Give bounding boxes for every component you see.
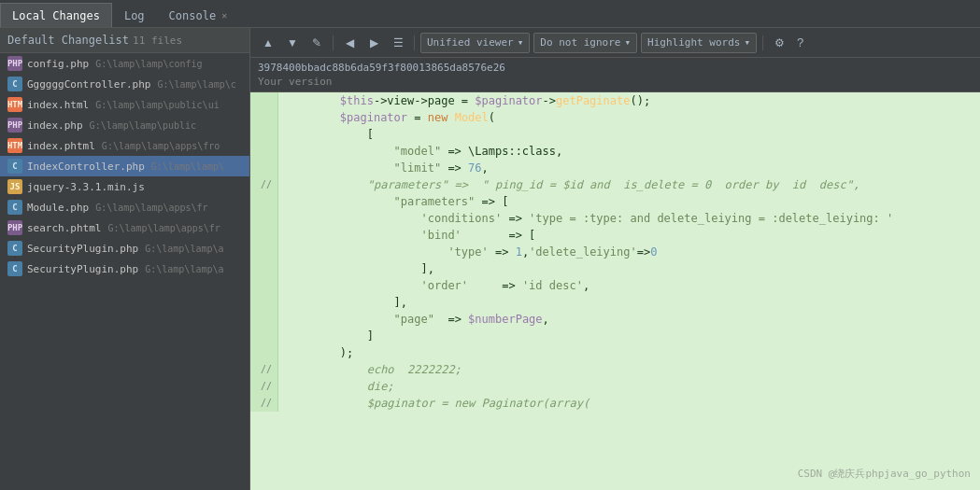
file-path: G:\lamp\lamp\c [157,79,235,90]
file-path: G:\lamp\lamp\config [95,59,202,69]
file-name: SecurityPlugin.php [27,263,138,275]
php-icon: PHP [7,56,22,71]
sidebar-header: Default Changelist 11 files [0,28,249,53]
file-item[interactable]: C SecurityPlugin.php G:\lamp\lamp\a [0,259,249,279]
line-content: "parameters" => " ping_id = $id and is_d… [278,176,980,193]
highlight-label: Highlight words [647,36,740,49]
edit-button[interactable]: ✎ [306,33,327,53]
file-item[interactable]: JS jquery-3.3.1.min.js [0,176,249,197]
file-path: G:\lamp\lamp\public [90,120,196,131]
chevron-down-icon: ▾ [744,36,750,49]
lines-button[interactable]: ☰ [388,33,408,53]
file-item[interactable]: C Module.php G:\lamp\lamp\apps\fr [0,197,249,217]
line-content: "page" => $numberPage, [278,311,980,328]
file-item[interactable]: C GgggggController.php G:\lamp\lamp\c [0,74,249,94]
code-line-comment: // "parameters" => " ping_id = $id and i… [250,176,980,193]
tab-console[interactable]: Console ✕ [157,3,240,27]
file-path: G:\lamp\lamp\apps\fr [95,203,207,213]
line-number [250,311,278,328]
separator [414,35,415,50]
code-line: "limit" => 76, [250,160,980,176]
file-name: index.php [27,119,83,132]
code-line: 'bind' => [ [250,227,980,244]
prev-button[interactable]: ▲ [258,33,278,53]
code-line: "page" => $numberPage, [250,311,980,328]
viewer-dropdown[interactable]: Unified viewer ▾ [420,33,530,53]
file-name: search.phtml [27,222,101,234]
file-name: config.php [27,58,89,70]
code-line: [ [250,126,980,143]
tab-bar: Local Changes Log Console ✕ [0,0,980,28]
file-name: GgggggController.php [27,78,150,91]
line-content: 'order' => 'id desc', [278,277,980,294]
html-icon: HTM [7,97,22,112]
php-icon: PHP [7,118,22,133]
code-view[interactable]: $this->view->page = $paginator->getPagin… [250,92,980,490]
line-content: echo 2222222; [278,361,980,378]
chevron-down-icon: ▾ [624,36,631,49]
line-number [250,109,278,126]
file-list[interactable]: PHP config.php G:\lamp\lamp\config C Ggg… [0,53,249,490]
tab-local-changes[interactable]: Local Changes [0,3,112,27]
line-number [250,210,278,227]
line-number [250,277,278,294]
file-item[interactable]: PHP search.phtml G:\lamp\lamp\apps\fr [0,217,249,238]
line-content: "parameters" => [ [278,193,980,210]
arrow-left-button[interactable]: ◀ [339,33,360,53]
file-item[interactable]: PHP index.php G:\lamp\lamp\public [0,115,249,135]
line-content: "model" => \Lamps::class, [278,143,980,160]
line-content: ); [278,344,980,361]
file-path: G:\lamp\lamp\apps\fro [102,141,220,151]
line-content: $paginator = new Paginator(array( [278,395,980,412]
file-name: SecurityPlugin.php [27,243,138,255]
tab-log[interactable]: Log [112,3,157,27]
next-button[interactable]: ▼ [282,33,303,53]
file-path: G:\lamp\lamp\a [145,264,223,274]
line-number: // [250,378,278,395]
help-button[interactable]: ? [793,35,807,49]
line-number: // [250,176,278,193]
c-icon: C [7,200,22,215]
line-content: ] [278,328,980,344]
file-item[interactable]: PHP config.php G:\lamp\lamp\config [0,53,249,74]
file-name: IndexController.php [27,161,145,173]
changelist-label: Default Changelist [7,34,129,47]
code-line: 'order' => 'id desc', [250,277,980,294]
diff-header: 3978400bbadc88b6da59f3f80013865da8576e26… [250,58,980,92]
php-icon: PHP [7,220,22,235]
separator [762,35,763,50]
code-line-comment: // die; [250,378,980,395]
line-number [250,344,278,361]
content-area: ▲ ▼ ✎ ◀ ▶ ☰ Unified viewer ▾ Do not igno… [250,28,980,490]
file-item[interactable]: HTM index.phtml G:\lamp\lamp\apps\fro [0,135,249,156]
line-number [250,193,278,210]
line-number [250,126,278,143]
code-line-comment: // echo 2222222; [250,361,980,378]
file-item[interactable]: C SecurityPlugin.php G:\lamp\lamp\a [0,238,249,259]
file-path: G:\lamp\lamp\apps\fr [107,223,220,233]
line-content: $this->view->page = $paginator->getPagin… [278,92,980,109]
code-line-comment: // $paginator = new Paginator(array( [250,395,980,412]
line-content: $paginator = new Model( [278,109,980,126]
code-line: ] [250,328,980,344]
arrow-right-button[interactable]: ▶ [363,33,384,53]
chevron-down-icon: ▾ [518,36,524,49]
settings-icon-button[interactable]: ⚙ [769,33,789,53]
file-path: G:\lamp\lamp\public\ui [95,100,219,110]
line-number: // [250,395,278,412]
file-item-selected[interactable]: C IndexController.php G:\lamp\lamp\ [0,156,249,176]
file-item[interactable]: HTM index.html G:\lamp\lamp\public\ui [0,94,249,115]
main-layout: Default Changelist 11 files PHP config.p… [0,28,980,490]
c-icon: C [7,77,22,91]
js-icon: JS [7,179,22,194]
line-content: ], [278,294,980,311]
highlight-dropdown[interactable]: Highlight words ▾ [641,33,757,53]
line-content: die; [278,378,980,395]
file-path: G:\lamp\lamp\ [151,161,224,172]
tab-console-close[interactable]: ✕ [221,10,227,21]
file-count: 11 files [133,35,182,47]
file-name: index.phtml [27,140,95,152]
ignore-dropdown[interactable]: Do not ignore ▾ [533,33,637,53]
c-icon: C [7,241,22,256]
code-line: 'type' => 1,'delete_leiying'=>0 [250,244,980,260]
